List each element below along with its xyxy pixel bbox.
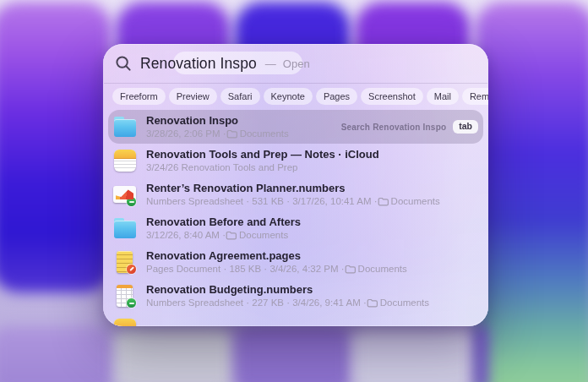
search-bar[interactable]: Renovation Inspo — Open bbox=[103, 44, 488, 83]
result-title: Renovation Agreement.pages bbox=[146, 248, 407, 263]
result-text: Renovation Agreement.pages Pages Documen… bbox=[146, 248, 407, 276]
search-action-hint: Search Renovation Inspo bbox=[341, 123, 447, 132]
result-subtitle: Numbers Spreadsheet · 531 KB · 3/17/26, … bbox=[146, 195, 440, 208]
result-meta: Numbers Spreadsheet · 227 KB · 3/4/26, 9… bbox=[146, 297, 367, 309]
result-location-label: Documents bbox=[239, 229, 288, 242]
background-blur-column bbox=[116, 326, 231, 382]
result-text: Renter’s Renovation Planner.numbers Numb… bbox=[146, 181, 440, 208]
filter-chips: FreeformPreviewSafariKeynotePagesScreens… bbox=[103, 84, 488, 108]
result-row[interactable]: Renovation Inspo 3/28/26, 2:06 PM · Docu… bbox=[108, 110, 483, 144]
folder-small-icon bbox=[345, 265, 356, 274]
numbers-app-badge-icon bbox=[127, 298, 136, 308]
filter-chip-reminders[interactable]: Reminders bbox=[462, 88, 488, 105]
folder-small-icon bbox=[378, 197, 389, 206]
background-blur-column bbox=[474, 325, 488, 382]
numbers-app-badge-icon bbox=[127, 197, 136, 206]
result-location: Documents bbox=[226, 229, 288, 242]
result-meta: Numbers Spreadsheet · 531 KB · 3/17/26, … bbox=[146, 195, 378, 208]
result-text: Renovation Before and Afters 3/12/26, 8:… bbox=[146, 215, 301, 242]
tab-key-badge[interactable]: tab bbox=[453, 120, 478, 134]
result-subtitle: 3/24/26 Renovation Tools and Prep bbox=[146, 161, 379, 174]
folder-small-icon bbox=[226, 231, 237, 240]
numbers-chart-icon bbox=[113, 183, 137, 206]
result-title: Renovation Measurements — Notes · iCloud bbox=[146, 323, 378, 327]
result-row[interactable]: Renter’s Renovation Planner.numbers Numb… bbox=[103, 177, 488, 211]
result-location-label: Documents bbox=[240, 128, 289, 140]
filter-chip-freeform[interactable]: Freeform bbox=[112, 88, 166, 105]
result-meta: 3/28/26, 2:06 PM · bbox=[146, 128, 226, 140]
filter-chip-safari[interactable]: Safari bbox=[220, 88, 260, 105]
result-text: Renovation Tools and Prep — Notes · iClo… bbox=[146, 147, 379, 174]
result-title: Renovation Before and Afters bbox=[146, 215, 301, 229]
numbers-grid-icon bbox=[113, 284, 137, 308]
result-meta: 3/12/26, 8:40 AM · bbox=[146, 229, 226, 242]
result-subtitle: 3/12/26, 8:40 AM · Documents bbox=[146, 229, 301, 242]
folder-icon bbox=[113, 216, 137, 240]
result-location: Documents bbox=[367, 297, 429, 309]
note-icon bbox=[113, 149, 137, 172]
result-location: Documents bbox=[226, 128, 289, 140]
result-location: Documents bbox=[345, 263, 407, 276]
pages-app-badge-icon bbox=[127, 265, 136, 274]
result-text: Renovation Budgeting.numbers Numbers Spr… bbox=[146, 282, 429, 309]
result-location: Documents bbox=[378, 195, 440, 208]
search-input[interactable]: Renovation Inspo bbox=[140, 55, 257, 73]
result-title: Renovation Budgeting.numbers bbox=[146, 282, 429, 297]
result-subtitle: 3/28/26, 2:06 PM · Documents bbox=[146, 128, 289, 140]
results-list: Renovation Inspo 3/28/26, 2:06 PM · Docu… bbox=[103, 108, 488, 326]
search-icon bbox=[115, 55, 132, 72]
background-blur-column bbox=[354, 326, 472, 382]
background-blur-column bbox=[0, 2, 112, 292]
background-blur-column bbox=[0, 326, 113, 382]
filter-chip-pages[interactable]: Pages bbox=[316, 88, 357, 105]
result-row[interactable]: Renovation Budgeting.numbers Numbers Spr… bbox=[103, 279, 488, 313]
spotlight-panel: Renovation Inspo — Open FreeformPreviewS… bbox=[103, 44, 488, 326]
filter-chip-keynote[interactable]: Keynote bbox=[264, 88, 313, 105]
result-text: Renovation Measurements — Notes · iCloud bbox=[146, 323, 378, 327]
result-row[interactable]: Renovation Before and Afters 3/12/26, 8:… bbox=[103, 211, 488, 245]
background-blur-column bbox=[235, 326, 351, 382]
result-location-label: Documents bbox=[358, 263, 407, 276]
open-hint: Open bbox=[283, 57, 310, 70]
result-text: Renovation Inspo 3/28/26, 2:06 PM · Docu… bbox=[146, 113, 289, 140]
result-subtitle: Numbers Spreadsheet · 227 KB · 3/4/26, 9… bbox=[146, 297, 429, 309]
folder-small-icon bbox=[226, 129, 237, 139]
result-trailing: Search Renovation Inspo tab bbox=[341, 120, 480, 134]
filter-chip-preview[interactable]: Preview bbox=[169, 88, 217, 105]
result-subtitle: Pages Document · 185 KB · 3/4/26, 4:32 P… bbox=[146, 263, 407, 276]
note-icon bbox=[113, 318, 137, 326]
hint-separator: — bbox=[265, 57, 276, 70]
result-meta: 3/24/26 Renovation Tools and Prep bbox=[146, 161, 297, 174]
result-meta: Pages Document · 185 KB · 3/4/26, 4:32 P… bbox=[146, 263, 345, 276]
pages-icon bbox=[113, 250, 137, 274]
filter-chip-screenshot[interactable]: Screenshot bbox=[361, 88, 423, 105]
result-title: Renovation Tools and Prep — Notes · iClo… bbox=[146, 147, 379, 161]
result-row[interactable]: Renovation Tools and Prep — Notes · iClo… bbox=[103, 144, 488, 177]
result-title: Renovation Inspo bbox=[146, 113, 289, 128]
result-row[interactable]: Renovation Measurements — Notes · iCloud bbox=[103, 313, 488, 326]
result-location-label: Documents bbox=[391, 195, 440, 208]
folder-small-icon bbox=[367, 298, 378, 308]
filter-chip-mail[interactable]: Mail bbox=[427, 88, 459, 105]
background-blur-column bbox=[475, 2, 588, 382]
folder-icon bbox=[113, 115, 137, 139]
result-title: Renter’s Renovation Planner.numbers bbox=[146, 181, 440, 195]
result-location-label: Documents bbox=[380, 297, 429, 309]
result-row[interactable]: Renovation Agreement.pages Pages Documen… bbox=[103, 245, 488, 279]
